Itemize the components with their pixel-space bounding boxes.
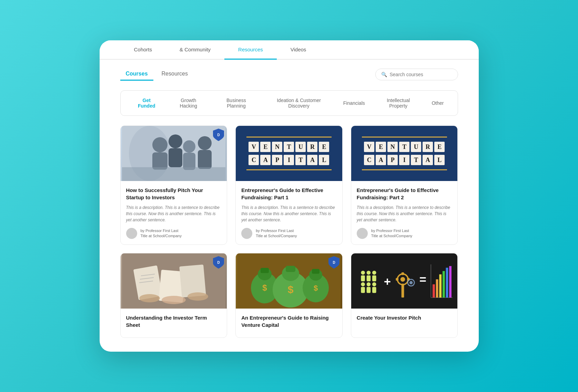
course-card-3[interactable]: V E N T U R E C A P I: [351, 125, 458, 245]
course-title-2: Entrepreneur's Guide to Effective Fundra…: [241, 187, 337, 201]
svg-rect-55: [396, 278, 398, 281]
category-ideation[interactable]: Ideation & Customer Discovery: [261, 95, 336, 111]
nav-cohorts[interactable]: Cohorts: [120, 40, 166, 60]
svg-point-20: [162, 296, 186, 304]
main-content: Courses Resources 🔍 Get Funded Growth Ha…: [100, 60, 479, 352]
course-thumb-4: D: [121, 253, 227, 309]
author-avatar-2: [241, 228, 252, 239]
svg-text:$: $: [288, 284, 294, 295]
course-card-1[interactable]: D How to Successfully Pitch Your Startup…: [120, 125, 227, 245]
author-info-2: by Professor First Last Title at School/…: [256, 228, 297, 239]
svg-rect-54: [401, 284, 404, 298]
search-input[interactable]: [390, 72, 452, 77]
nav-community[interactable]: & Community: [166, 40, 224, 60]
svg-text:D: D: [333, 261, 335, 264]
course-thumb-5: $ $ $: [236, 253, 342, 309]
nav-videos[interactable]: Videos: [277, 40, 320, 60]
course-body-3: Entrepreneur's Guide to Effective Fundra…: [351, 181, 458, 244]
vc-line-top-3: [362, 137, 447, 138]
svg-rect-43: [372, 275, 376, 281]
course-card-5[interactable]: $ $ $: [235, 253, 343, 338]
svg-rect-66: [446, 268, 448, 298]
tabs-row: Courses Resources 🔍: [120, 68, 458, 81]
svg-point-6: [183, 140, 195, 153]
category-financials[interactable]: Financials: [336, 98, 372, 109]
card-img-wrap-5: $ $ $: [236, 253, 342, 309]
vc-row-2-3: C A P I T A L: [364, 155, 445, 165]
category-growth-hacking[interactable]: Growth Hacking: [166, 95, 211, 111]
svg-text:$: $: [314, 284, 318, 292]
vc-line-bottom: [246, 169, 332, 170]
svg-rect-67: [449, 266, 452, 298]
course-thumb-1: D: [121, 126, 227, 181]
svg-rect-3: [152, 152, 168, 170]
shield-badge-1: D: [213, 129, 224, 141]
svg-point-52: [400, 277, 405, 281]
course-card-2[interactable]: V E N T U R E C A P I: [235, 125, 343, 245]
tab-courses[interactable]: Courses: [120, 68, 153, 81]
card-img-wrap-6: +: [351, 253, 458, 309]
category-filter: Get Funded Growth Hacking Business Plann…: [120, 90, 458, 116]
card-img-wrap-4: D: [121, 253, 227, 309]
svg-rect-62: [433, 284, 435, 298]
device-frame: Cohorts & Community Resources Videos Cou…: [100, 40, 479, 352]
course-card-6[interactable]: +: [351, 253, 458, 338]
svg-point-48: [372, 282, 376, 287]
category-ip[interactable]: Intellectual Property: [372, 95, 425, 111]
course-body-4: Understanding the Investor Term Sheet: [121, 309, 227, 338]
svg-rect-63: [436, 279, 438, 298]
svg-rect-49: [372, 287, 376, 293]
course-desc-2: This is a description. This is a sentenc…: [241, 204, 337, 223]
tab-resources[interactable]: Resources: [156, 68, 193, 81]
svg-point-8: [198, 136, 212, 150]
category-business-planning[interactable]: Business Planning: [211, 95, 262, 111]
course-desc-3: This is a description. This is a sentenc…: [357, 204, 452, 223]
svg-point-46: [366, 282, 371, 287]
course-author-3: by Professor First Last Title at School/…: [357, 228, 452, 239]
course-grid: D How to Successfully Pitch Your Startup…: [120, 125, 458, 338]
svg-text:D: D: [217, 133, 220, 137]
svg-rect-34: [312, 269, 320, 274]
vc-row-1: V E N T U R E: [249, 142, 329, 152]
course-card-4[interactable]: D Understanding the Investor Term Sheet: [120, 253, 227, 338]
svg-rect-47: [366, 287, 371, 293]
shield-badge-5: D: [328, 256, 339, 270]
svg-text:+: +: [384, 275, 391, 288]
svg-point-2: [152, 137, 168, 152]
course-body-1: How to Successfully Pitch Your Startup t…: [121, 181, 227, 244]
vc-line-top: [246, 137, 332, 138]
course-author-2: by Professor First Last Title at School/…: [241, 228, 337, 239]
svg-rect-15: [179, 264, 206, 298]
course-thumb-3: V E N T U R E C A P I: [351, 126, 458, 181]
svg-point-58: [409, 281, 413, 284]
svg-rect-65: [443, 271, 445, 298]
vc-line-bottom-3: [362, 169, 447, 170]
course-title-5: An Entrepreneur's Guide to Raising Ventu…: [241, 314, 337, 329]
course-title-1: How to Successfully Pitch Your Startup t…: [126, 187, 222, 201]
svg-rect-30: [286, 266, 295, 272]
category-get-funded[interactable]: Get Funded: [128, 95, 166, 111]
svg-rect-10: [122, 167, 225, 181]
top-nav: Cohorts & Community Resources Videos: [100, 40, 479, 60]
svg-rect-5: [169, 148, 182, 167]
svg-point-19: [139, 294, 160, 302]
svg-point-38: [361, 271, 365, 275]
svg-point-42: [372, 271, 376, 275]
svg-rect-64: [439, 274, 442, 298]
svg-rect-26: [261, 268, 269, 273]
svg-rect-39: [361, 275, 365, 281]
svg-point-4: [169, 134, 182, 148]
svg-text:=: =: [419, 273, 426, 286]
author-avatar-1: [126, 228, 137, 239]
course-thumb-6: +: [351, 253, 458, 309]
svg-rect-9: [198, 150, 212, 169]
nav-resources[interactable]: Resources: [224, 40, 277, 60]
course-title-4: Understanding the Investor Term Sheet: [126, 314, 222, 329]
svg-rect-41: [366, 275, 371, 281]
author-info-1: by Professor First Last Title at School/…: [141, 228, 182, 239]
search-box[interactable]: 🔍: [375, 69, 458, 80]
category-other[interactable]: Other: [425, 98, 450, 109]
svg-text:D: D: [217, 261, 220, 264]
card-img-wrap-2: V E N T U R E C A P I: [236, 126, 342, 181]
vc-row-2: C A P I T A L: [249, 155, 329, 165]
